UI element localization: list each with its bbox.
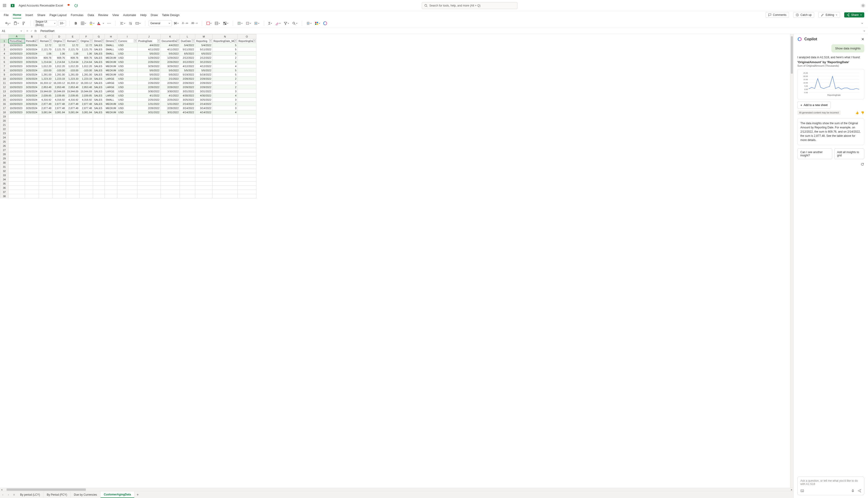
conditional-format-button[interactable] bbox=[205, 20, 213, 26]
cell[interactable] bbox=[213, 127, 238, 131]
cell[interactable] bbox=[93, 182, 105, 186]
cell[interactable] bbox=[93, 173, 105, 177]
cell[interactable] bbox=[137, 156, 161, 160]
cell[interactable] bbox=[25, 131, 39, 135]
cell[interactable] bbox=[180, 156, 195, 160]
cell[interactable]: 809.76 bbox=[79, 56, 93, 60]
cell[interactable]: 2,877.48 bbox=[39, 106, 52, 110]
cell[interactable]: 4/14/2022 bbox=[180, 110, 195, 115]
cell[interactable] bbox=[238, 123, 256, 127]
cell[interactable]: SALES bbox=[93, 93, 105, 97]
table-header-7[interactable]: Dimens bbox=[105, 39, 117, 43]
cell[interactable] bbox=[66, 156, 79, 160]
row-header-29[interactable]: 29 bbox=[0, 156, 9, 160]
cell[interactable]: 2,039.85 bbox=[52, 93, 66, 97]
cell[interactable] bbox=[180, 131, 195, 135]
cell[interactable] bbox=[9, 173, 25, 177]
cell[interactable]: USD bbox=[117, 60, 137, 64]
cell[interactable]: 2/28/2022 bbox=[161, 85, 180, 89]
cell[interactable]: 5/11/2022 bbox=[180, 47, 195, 52]
cell[interactable]: SALES bbox=[93, 81, 105, 85]
copilot-close-icon[interactable]: ✕ bbox=[861, 37, 864, 41]
cell[interactable] bbox=[238, 190, 256, 194]
cell[interactable]: 4 bbox=[213, 64, 238, 68]
row-header-7[interactable]: 7 bbox=[0, 64, 9, 68]
filter-arrow-icon[interactable] bbox=[253, 39, 256, 42]
cell[interactable] bbox=[137, 144, 161, 148]
autosum-button[interactable]: Σ bbox=[267, 20, 273, 26]
cell[interactable]: 4,316.92 bbox=[52, 97, 66, 102]
cell[interactable] bbox=[39, 123, 52, 127]
cell[interactable] bbox=[105, 182, 117, 186]
horizontal-scrollbar[interactable]: ◂ ▸ bbox=[0, 488, 793, 491]
cell[interactable] bbox=[238, 152, 256, 156]
sensitivity-button[interactable] bbox=[305, 20, 313, 26]
cell[interactable]: 2,039.85 bbox=[39, 93, 52, 97]
more-font-button[interactable]: ⋯ bbox=[106, 20, 112, 26]
tab-review[interactable]: Review bbox=[98, 12, 108, 18]
cell[interactable] bbox=[79, 186, 93, 190]
formula-input[interactable]: PeriodStart bbox=[38, 29, 863, 32]
merge-button[interactable] bbox=[135, 20, 142, 26]
select-all-cell[interactable] bbox=[0, 34, 9, 39]
cell[interactable] bbox=[66, 169, 79, 173]
tab-view[interactable]: View bbox=[113, 12, 119, 18]
cell[interactable] bbox=[161, 160, 180, 165]
cell[interactable] bbox=[79, 148, 93, 152]
cell[interactable] bbox=[238, 148, 256, 152]
cell[interactable]: 1,012.20 bbox=[66, 64, 79, 68]
cell[interactable] bbox=[105, 194, 117, 198]
row-header-9[interactable]: 9 bbox=[0, 73, 9, 77]
cell[interactable] bbox=[195, 165, 213, 169]
cell[interactable] bbox=[79, 160, 93, 165]
cell[interactable] bbox=[238, 135, 256, 140]
cell[interactable]: 2 bbox=[213, 85, 238, 89]
cell[interactable] bbox=[195, 135, 213, 140]
cell[interactable]: 5/5/2022 bbox=[137, 68, 161, 73]
cell[interactable]: SALES bbox=[93, 73, 105, 77]
currency-button[interactable]: $€ bbox=[173, 20, 180, 26]
cell[interactable] bbox=[25, 152, 39, 156]
col-header-D[interactable]: D bbox=[52, 34, 66, 39]
cell[interactable] bbox=[9, 123, 25, 127]
cell[interactable]: 3/20/2024 bbox=[25, 60, 39, 64]
cell[interactable] bbox=[238, 77, 256, 81]
cell[interactable] bbox=[66, 165, 79, 169]
copilot-input[interactable]: Ask a question, or tell me what you'd li… bbox=[797, 476, 864, 495]
cell[interactable] bbox=[25, 194, 39, 198]
copilot-attach-icon[interactable] bbox=[800, 489, 804, 493]
cell[interactable] bbox=[161, 165, 180, 169]
table-header-8[interactable]: Currenc bbox=[117, 39, 137, 43]
cell[interactable]: 2/1/2022 bbox=[161, 77, 180, 81]
cell[interactable]: USD bbox=[117, 64, 137, 68]
cell[interactable] bbox=[52, 169, 66, 173]
filter-arrow-icon[interactable] bbox=[209, 39, 212, 42]
cell[interactable]: 10/20/2023 bbox=[9, 73, 25, 77]
table-header-6[interactable]: Dimens bbox=[93, 39, 105, 43]
cell[interactable]: 1,223.33 bbox=[39, 77, 52, 81]
ribbon-expand-button[interactable] bbox=[859, 20, 865, 26]
cell[interactable]: 2/28/2022 bbox=[195, 81, 213, 85]
cell[interactable] bbox=[105, 115, 117, 119]
cell[interactable] bbox=[39, 115, 52, 119]
cell[interactable] bbox=[195, 194, 213, 198]
cell[interactable] bbox=[25, 169, 39, 173]
cell[interactable] bbox=[39, 156, 52, 160]
col-header-F[interactable]: F bbox=[79, 34, 93, 39]
cell[interactable] bbox=[9, 194, 25, 198]
cell[interactable] bbox=[25, 123, 39, 127]
cell[interactable] bbox=[52, 165, 66, 169]
cell[interactable] bbox=[105, 156, 117, 160]
cell[interactable] bbox=[238, 89, 256, 93]
cell[interactable]: 2/28/2022 bbox=[137, 85, 161, 89]
cell[interactable] bbox=[9, 148, 25, 152]
cell[interactable]: 10/20/2023 bbox=[9, 110, 25, 115]
cell[interactable]: 2,877.48 bbox=[66, 106, 79, 110]
cell[interactable]: 1/29/2022 bbox=[161, 56, 180, 60]
cell[interactable] bbox=[52, 127, 66, 131]
cell[interactable]: 2,877.48 bbox=[52, 106, 66, 110]
cell[interactable] bbox=[238, 64, 256, 68]
cell[interactable] bbox=[79, 144, 93, 148]
cell[interactable] bbox=[180, 140, 195, 144]
cell[interactable]: 3/20/2024 bbox=[25, 64, 39, 68]
